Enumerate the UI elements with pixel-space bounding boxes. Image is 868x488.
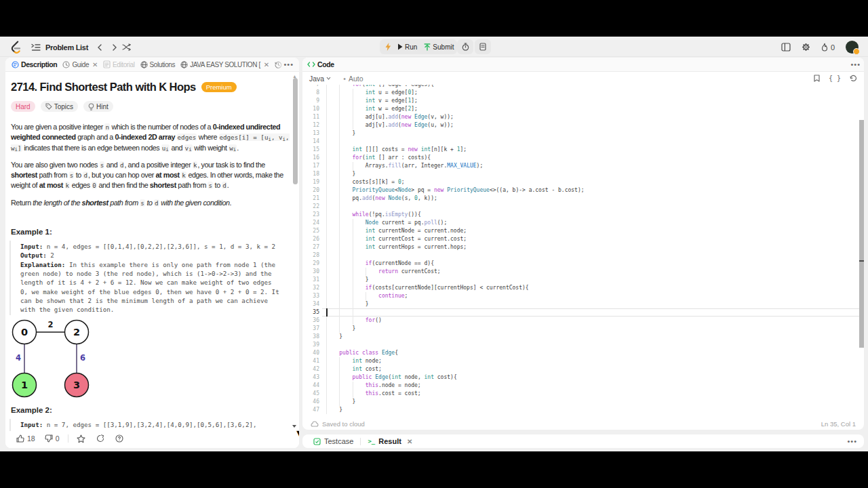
leetcode-logo[interactable] xyxy=(9,41,21,54)
code-text: pq.add(new Node(s, 0, k)); xyxy=(326,195,437,203)
like-button[interactable]: 18 xyxy=(16,434,35,443)
code-line-11[interactable]: 11 adj[u].add(new Edge(v, w)); xyxy=(302,113,864,121)
tab-testcase[interactable]: Testcase xyxy=(309,437,357,445)
indent-guide xyxy=(339,251,340,260)
code-line-38[interactable]: 38 } xyxy=(302,333,864,341)
code-line-17[interactable]: 17 Arrays.fill(arr, Integer.MAX_VALUE); xyxy=(302,162,864,170)
code-line-45[interactable]: 45 this.cost = cost; xyxy=(302,390,864,398)
code-line-8[interactable]: 8 int u = edge[0]; xyxy=(302,89,864,97)
code-line-36[interactable]: 36 for() xyxy=(302,317,864,325)
code-line-27[interactable]: 27 int currentHops = current.hops; xyxy=(302,243,864,251)
code-line-28[interactable]: 28 xyxy=(302,251,864,260)
code-line-13[interactable]: 13 } xyxy=(302,129,864,138)
code-line-21[interactable]: 21 pq.add(new Node(s, 0, k)); xyxy=(302,195,864,203)
code-line-37[interactable]: 37 } xyxy=(302,325,864,333)
bookmark-icon[interactable] xyxy=(814,75,820,82)
tab-editorial[interactable]: Editorial xyxy=(100,60,138,68)
reset-code-icon[interactable] xyxy=(850,75,857,82)
code-text: adj[u].add(new Edge(v, w)); xyxy=(326,113,454,121)
code-line-22[interactable]: 22 xyxy=(302,203,864,211)
code-line-46[interactable]: 46 } xyxy=(302,398,864,406)
streak-counter[interactable]: 0 xyxy=(821,43,835,52)
code-text: continue; xyxy=(326,292,408,300)
code-line-42[interactable]: 42 int cost; xyxy=(302,365,864,373)
hint-chip[interactable]: Hint xyxy=(83,101,113,112)
code-line-39[interactable]: 39 xyxy=(302,341,864,349)
timer-button[interactable] xyxy=(457,39,473,54)
submit-button[interactable]: Submit xyxy=(420,39,457,54)
feedback-button[interactable] xyxy=(115,434,123,443)
code-line-12[interactable]: 12 adj[v].add(new Edge(u, w)); xyxy=(302,121,864,129)
code-line-25[interactable]: 25 int currentNode = current.node; xyxy=(302,227,864,235)
code-line-40[interactable]: 40 public class Edge{ xyxy=(302,349,864,357)
code-line-44[interactable]: 44 this.node = node; xyxy=(302,382,864,390)
notes-button[interactable] xyxy=(475,39,491,54)
code-line-24[interactable]: 24 Node current = pq.poll(); xyxy=(302,219,864,227)
difficulty-badge[interactable]: Hard xyxy=(11,101,35,112)
tab-code[interactable]: Code xyxy=(306,60,337,68)
code-line-10[interactable]: 10 int w = edge[2]; xyxy=(302,105,864,113)
code-line-23[interactable]: 23 while(!pq.isEmpty()){ xyxy=(302,211,864,219)
debug-button[interactable] xyxy=(380,39,394,54)
console-options[interactable]: ••• xyxy=(847,437,857,445)
code-line-35[interactable]: 35 xyxy=(302,308,864,317)
code-line-47[interactable]: 47 } xyxy=(302,406,864,414)
line-number: 29 xyxy=(302,260,319,268)
code-line-31[interactable]: 31 } xyxy=(302,276,864,284)
code-line-29[interactable]: 29 if(currentNode == d){ xyxy=(302,260,864,268)
code-line-33[interactable]: 33 continue; xyxy=(302,292,864,300)
topics-chip[interactable]: Topics xyxy=(41,101,78,112)
tab-java-easy-solution-[interactable]: JAVA EASY SOLUTION [✕ xyxy=(178,61,272,68)
next-question-icon[interactable] xyxy=(112,44,117,51)
close-result-icon[interactable]: ✕ xyxy=(407,438,412,445)
editor-scrollbar[interactable] xyxy=(859,120,864,348)
code-line-32[interactable]: 32 if(costs[currentNode][currentHops] < … xyxy=(302,284,864,292)
code-line-18[interactable]: 18 } xyxy=(302,170,864,178)
problem-list-link[interactable]: Problem List xyxy=(45,43,88,52)
tab-solutions[interactable]: Solutions xyxy=(138,61,178,68)
shuffle-icon[interactable] xyxy=(122,43,131,51)
scroll-down-arrow[interactable]: ▼ xyxy=(292,425,296,428)
close-tab-icon[interactable]: ✕ xyxy=(264,61,269,68)
editor-scrollbar-cursor-mark xyxy=(859,260,864,262)
tab-result[interactable]: >_ Result ✕ xyxy=(363,437,416,445)
tab-description[interactable]: Description xyxy=(9,60,60,68)
code-line-14[interactable]: 14 xyxy=(302,138,864,146)
layout-icon[interactable] xyxy=(781,43,791,52)
dislike-button[interactable]: 0 xyxy=(45,434,60,443)
favorite-star-button[interactable] xyxy=(77,434,85,443)
tab-icon xyxy=(62,61,70,68)
code-line-20[interactable]: 20 PriorityQueue<Node> pq = new Priority… xyxy=(302,186,864,195)
editor-viewport[interactable]: 7 for(int [] edge : edges){8 int u = edg… xyxy=(302,85,864,418)
tab-guide[interactable]: Guide✕ xyxy=(60,61,100,68)
language-select[interactable]: Java xyxy=(309,75,331,83)
code-line-26[interactable]: 26 int currentCost = current.cost; xyxy=(302,235,864,243)
code-line-43[interactable]: 43 public Edge(int node, int cost){ xyxy=(302,373,864,382)
run-submit-group: Run Submit xyxy=(380,39,457,54)
tabs-overflow[interactable]: ••• xyxy=(273,58,299,71)
code-text: } xyxy=(326,406,342,414)
prev-question-icon[interactable] xyxy=(97,44,102,51)
code-line-41[interactable]: 41 int node; xyxy=(302,357,864,365)
code-line-15[interactable]: 15 int [][] costs = new int[n][k + 1]; xyxy=(302,146,864,154)
cursor-position[interactable]: Ln 35, Col 1 xyxy=(821,420,856,428)
code-line-30[interactable]: 30 return currentCost; xyxy=(302,268,864,276)
code-line-16[interactable]: 16 for(int [] arr : costs){ xyxy=(302,154,864,162)
code-text: this.node = node; xyxy=(326,382,421,390)
settings-gear-icon[interactable] xyxy=(802,43,810,52)
share-button[interactable] xyxy=(96,434,104,443)
problem-list-icon[interactable] xyxy=(31,43,41,52)
line-number: 33 xyxy=(302,292,319,300)
problem-content: 2714. Find Shortest Path with K Hops Pre… xyxy=(5,72,299,432)
format-braces-icon[interactable]: { } xyxy=(829,75,841,82)
code-line-34[interactable]: 34 } xyxy=(302,300,864,308)
description-scrollbar[interactable] xyxy=(293,78,298,184)
code-line-19[interactable]: 19 costs[s][k] = 0; xyxy=(302,178,864,186)
avatar[interactable] xyxy=(846,41,859,54)
run-button[interactable]: Run xyxy=(394,39,420,54)
premium-badge[interactable]: Premium xyxy=(201,82,237,92)
code-panel-options[interactable]: ••• xyxy=(850,60,861,68)
line-number: 37 xyxy=(302,325,319,333)
close-tab-icon[interactable]: ✕ xyxy=(92,61,98,68)
code-line-9[interactable]: 9 int v = edge[1]; xyxy=(302,97,864,105)
